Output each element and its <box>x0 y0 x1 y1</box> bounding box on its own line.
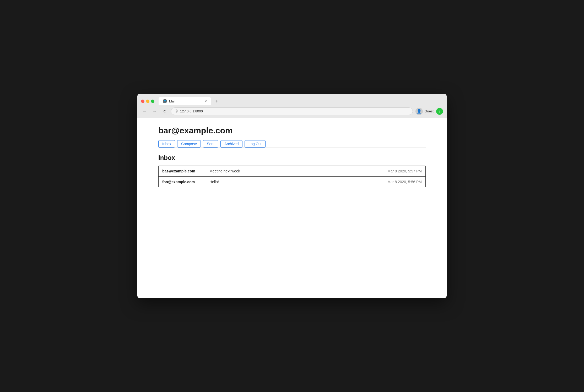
archived-nav-button[interactable]: Archived <box>220 140 242 148</box>
page-content: bar@example.com Inbox Compose Sent Archi… <box>137 118 447 195</box>
minimize-button[interactable] <box>146 100 149 103</box>
logout-nav-button[interactable]: Log Out <box>245 140 266 148</box>
inbox-title: Inbox <box>158 154 426 161</box>
new-tab-button[interactable]: + <box>213 97 220 105</box>
close-button[interactable] <box>141 100 144 103</box>
traffic-lights <box>141 100 154 103</box>
email-row[interactable]: foo@example.com Hello!Mar 8 2020, 5:56 P… <box>159 177 425 187</box>
email-list: baz@example.com Meeting next weekMar 8 2… <box>158 166 426 187</box>
email-from: foo@example.com <box>162 180 209 184</box>
browser-window: 🌐 Mail × + ← → ↻ ⓘ 127.0.0.1:8000 👤 Gues… <box>137 94 447 298</box>
section-divider <box>158 148 426 148</box>
security-icon: ⓘ <box>175 109 178 113</box>
email-row[interactable]: baz@example.com Meeting next weekMar 8 2… <box>159 166 425 177</box>
browser-chrome: 🌐 Mail × + ← → ↻ ⓘ 127.0.0.1:8000 👤 Gues… <box>137 94 447 118</box>
forward-button[interactable]: → <box>151 108 158 115</box>
browser-tab[interactable]: 🌐 Mail × <box>159 97 211 105</box>
email-from: baz@example.com <box>162 169 209 173</box>
user-avatar-icon: 👤 <box>415 108 423 115</box>
profile-dot[interactable]: ↑ <box>436 108 443 115</box>
sent-nav-button[interactable]: Sent <box>203 140 218 148</box>
refresh-button[interactable]: ↻ <box>161 108 168 115</box>
tab-close-button[interactable]: × <box>205 99 207 103</box>
tab-title: Mail <box>169 99 175 103</box>
tab-favicon: 🌐 <box>163 99 167 103</box>
email-date: Mar 8 2020, 5:57 PM <box>387 169 422 173</box>
back-button[interactable]: ← <box>141 108 148 115</box>
browser-user-area: 👤 Guest <box>415 108 434 115</box>
address-bar[interactable]: ⓘ 127.0.0.1:8000 <box>171 107 413 115</box>
address-text: 127.0.0.1:8000 <box>180 109 203 113</box>
user-email-heading: bar@example.com <box>158 126 426 135</box>
browser-titlebar: 🌐 Mail × + <box>137 94 447 105</box>
compose-nav-button[interactable]: Compose <box>177 140 201 148</box>
nav-buttons: Inbox Compose Sent Archived Log Out <box>158 140 426 148</box>
email-date: Mar 8 2020, 5:56 PM <box>387 180 422 184</box>
email-subject: Meeting next week <box>209 169 387 173</box>
user-name-label: Guest <box>424 109 434 113</box>
browser-toolbar: ← → ↻ ⓘ 127.0.0.1:8000 👤 Guest ↑ <box>137 105 447 118</box>
maximize-button[interactable] <box>151 100 154 103</box>
email-subject: Hello! <box>209 180 387 184</box>
inbox-nav-button[interactable]: Inbox <box>158 140 175 148</box>
